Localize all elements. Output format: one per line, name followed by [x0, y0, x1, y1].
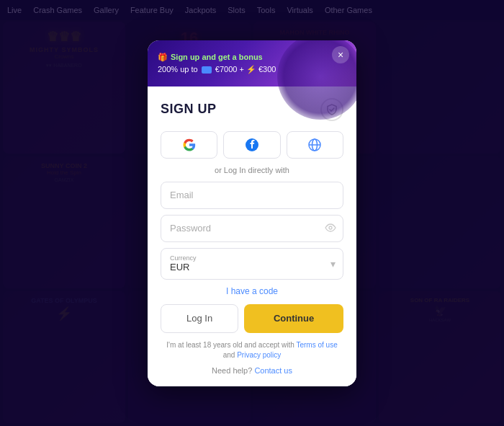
- facebook-signin-button[interactable]: [223, 131, 280, 159]
- login-button[interactable]: Log In: [161, 304, 238, 333]
- banner-title: 🎁 Sign up and get a bonus: [158, 53, 328, 62]
- signup-modal: 🎁 Sign up and get a bonus 200% up to €70…: [148, 40, 356, 386]
- email-input[interactable]: [161, 182, 343, 209]
- svg-point-4: [329, 226, 332, 229]
- banner-line1: Sign up and get a bonus: [171, 53, 263, 61]
- need-help-text: Need help?: [212, 366, 252, 375]
- modal-title: SIGN UP: [161, 102, 217, 117]
- divider-text: or Log In directly with: [161, 166, 343, 174]
- other-signin-button[interactable]: [287, 131, 343, 159]
- promo-code-section: I have a code: [161, 284, 343, 297]
- lightning-emoji: ⚡: [246, 65, 256, 74]
- terms-text: I'm at least 18 years old and accept wit…: [161, 340, 343, 360]
- modal-body: SIGN UP: [148, 86, 356, 386]
- social-buttons-group: [161, 131, 343, 159]
- banner-subtitle: 200% up to €7000 + ⚡ €300: [158, 65, 328, 74]
- help-section: Need help? Contact us: [161, 366, 343, 375]
- google-signin-button[interactable]: [161, 131, 217, 159]
- password-input[interactable]: [161, 215, 343, 242]
- password-wrapper: [161, 215, 343, 242]
- bonus-banner: 🎁 Sign up and get a bonus 200% up to €70…: [148, 40, 356, 86]
- privacy-link[interactable]: Privacy policy: [237, 351, 281, 359]
- gift-emoji: 🎁: [158, 53, 168, 62]
- currency-label: Currency: [170, 254, 317, 262]
- contact-us-link[interactable]: Contact us: [254, 366, 292, 375]
- currency-dropdown[interactable]: Currency EUR: [161, 248, 343, 280]
- close-button[interactable]: ×: [332, 46, 349, 63]
- promo-code-link[interactable]: I have a code: [226, 286, 278, 296]
- modal-backdrop: 🎁 Sign up and get a bonus 200% up to €70…: [0, 0, 504, 426]
- password-toggle-icon[interactable]: [325, 223, 336, 234]
- action-buttons-group: Log In Continue: [161, 304, 343, 333]
- currency-value: EUR: [170, 262, 317, 272]
- register-button[interactable]: Continue: [244, 304, 343, 333]
- bonus-chip-icon: [202, 66, 212, 74]
- terms-link[interactable]: Terms of use: [296, 341, 337, 349]
